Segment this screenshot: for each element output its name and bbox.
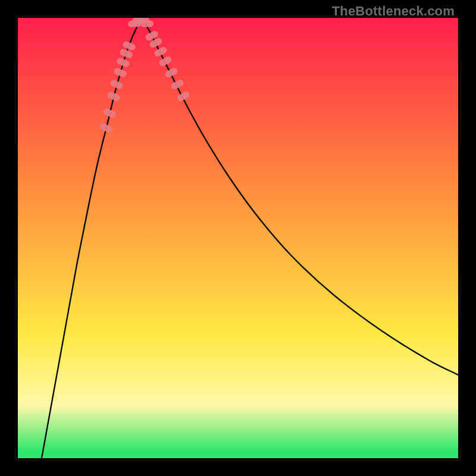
curves-layer	[18, 18, 458, 458]
curve-group	[42, 20, 458, 458]
data-marker	[140, 20, 154, 27]
right-curve	[142, 20, 458, 375]
marker-group	[99, 18, 191, 133]
data-marker	[170, 79, 185, 90]
watermark-text: TheBottleneck.com	[332, 4, 455, 19]
left-curve	[42, 20, 142, 458]
data-marker	[158, 55, 173, 67]
data-marker	[164, 67, 179, 79]
data-marker	[154, 46, 168, 58]
chart-plot-area	[18, 18, 458, 458]
data-marker	[176, 90, 191, 102]
data-marker	[113, 67, 128, 78]
data-marker	[116, 57, 131, 68]
